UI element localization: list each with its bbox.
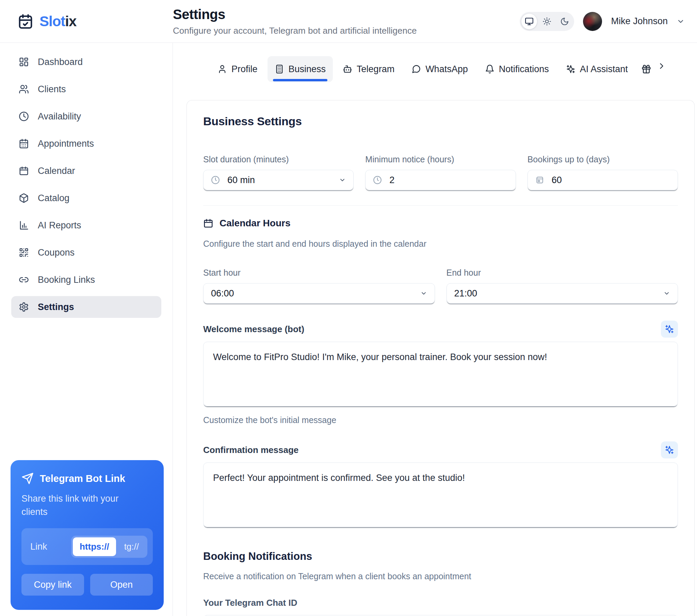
end-hour-select[interactable]: 21:00 <box>446 283 678 304</box>
field-label: Bookings up to (days) <box>528 155 678 164</box>
tab-label: Notifications <box>499 64 549 75</box>
telegram-chat-id-label: Your Telegram Chat ID <box>203 598 678 608</box>
tab-label: Profile <box>232 64 258 75</box>
field-minimum-notice: Minimum notice (hours) <box>365 155 516 190</box>
chevron-down-icon[interactable] <box>677 17 685 26</box>
chevron-down-icon <box>663 290 670 297</box>
tab-label: Business <box>288 64 326 75</box>
sidebar-item-booking-links[interactable]: Booking Links <box>11 269 161 291</box>
ai-generate-confirmation-button[interactable] <box>661 441 678 458</box>
protocol-https-option[interactable]: https:// <box>73 538 116 556</box>
welcome-message-textarea[interactable]: Welcome to FitPro Studio! I'm Mike, your… <box>203 342 678 406</box>
tab-ai-assistant[interactable]: AI Assistant <box>559 56 635 82</box>
welcome-message-label: Welcome message (bot) <box>203 324 304 335</box>
tab-telegram[interactable]: Telegram <box>336 56 402 82</box>
sidebar-item-settings[interactable]: Settings <box>11 296 161 318</box>
selected-value: 21:00 <box>454 288 477 299</box>
start-hour-select[interactable]: 06:00 <box>203 283 435 304</box>
monitor-icon <box>525 17 534 26</box>
field-label: Slot duration (minutes) <box>203 155 354 164</box>
page-subtitle: Configure your account, Telegram bot and… <box>173 26 417 36</box>
send-icon <box>21 472 34 485</box>
calendar-window-icon <box>535 176 544 185</box>
theme-system-button[interactable] <box>521 14 537 29</box>
main-content: Profile Business Telegram WhatsApp Notif… <box>173 43 697 616</box>
copy-link-button[interactable]: Copy link <box>21 574 84 596</box>
page-title-block: Settings Configure your account, Telegra… <box>173 7 417 36</box>
sidebar-item-label: Calendar <box>38 166 75 176</box>
user-name[interactable]: Mike Johnson <box>611 16 668 27</box>
open-link-button[interactable]: Open <box>90 574 153 596</box>
tab-label: WhatsApp <box>426 64 468 75</box>
theme-toggle <box>520 12 574 31</box>
tab-notifications[interactable]: Notifications <box>478 56 556 82</box>
calendar-hours-description: Configure the start and end hours displa… <box>203 239 678 249</box>
selected-value: 06:00 <box>211 288 234 299</box>
bookings-up-to-input[interactable] <box>552 175 670 186</box>
tab-business[interactable]: Business <box>267 56 333 82</box>
page-title: Settings <box>173 7 417 22</box>
section-heading-business: Business Settings <box>203 115 678 128</box>
tab-label: AI Assistant <box>580 64 628 75</box>
top-header: Slotix Settings Configure your account, … <box>0 0 697 43</box>
avatar[interactable] <box>583 12 602 31</box>
calendar-icon <box>203 218 213 229</box>
clock-icon <box>19 111 29 121</box>
app-root: Slotix Settings Configure your account, … <box>0 0 697 616</box>
calendar-days-icon <box>19 138 29 149</box>
field-slot-duration: Slot duration (minutes) 60 min <box>203 155 354 190</box>
field-label: Start hour <box>203 268 435 278</box>
clock-icon <box>211 176 220 185</box>
clock-icon <box>373 176 382 185</box>
tab-profile[interactable]: Profile <box>210 56 265 82</box>
sparkles-icon <box>665 445 674 455</box>
sidebar-item-dashboard[interactable]: Dashboard <box>11 51 161 73</box>
field-label: End hour <box>446 268 678 278</box>
sidebar-item-label: Dashboard <box>38 57 83 68</box>
chevron-right-icon[interactable] <box>657 61 666 71</box>
field-start-hour: Start hour 06:00 <box>203 268 435 304</box>
protocol-tg-option[interactable]: tg:// <box>117 538 146 556</box>
users-icon <box>19 84 29 94</box>
sparkles-icon <box>665 324 674 334</box>
theme-light-button[interactable] <box>539 14 555 29</box>
minimum-notice-input-wrap <box>365 170 516 190</box>
bell-icon <box>485 64 494 74</box>
brand-logo[interactable]: Slotix <box>18 13 173 30</box>
sidebar-item-appointments[interactable]: Appointments <box>11 133 161 155</box>
sidebar-item-ai-reports[interactable]: AI Reports <box>11 215 161 236</box>
selected-value: 60 min <box>227 175 255 186</box>
qr-code-icon <box>19 247 29 258</box>
confirmation-message-label: Confirmation message <box>203 445 298 455</box>
slot-duration-select[interactable]: 60 min <box>203 170 354 190</box>
chevron-down-icon <box>339 177 346 184</box>
tab-referral-partial[interactable] <box>639 56 653 82</box>
sidebar-item-label: Catalog <box>38 193 70 204</box>
theme-dark-button[interactable] <box>557 14 573 29</box>
tab-whatsapp[interactable]: WhatsApp <box>404 56 475 82</box>
chevron-down-icon <box>420 290 427 297</box>
sidebar-item-label: Coupons <box>38 247 75 258</box>
sidebar-item-clients[interactable]: Clients <box>11 78 161 100</box>
sidebar-nav: Dashboard Clients Availability Appointme… <box>11 51 161 318</box>
sidebar-item-availability[interactable]: Availability <box>11 105 161 127</box>
ai-generate-welcome-button[interactable] <box>661 321 678 338</box>
building-icon <box>275 64 284 74</box>
sidebar-item-catalog[interactable]: Catalog <box>11 187 161 209</box>
chat-bubble-icon <box>412 64 421 74</box>
sparkles-icon <box>566 64 576 74</box>
welcome-message-helper: Customize the bot's initial message <box>203 415 678 425</box>
sidebar-item-calendar[interactable]: Calendar <box>11 160 161 182</box>
sidebar: Dashboard Clients Availability Appointme… <box>0 43 173 616</box>
sidebar-item-label: Appointments <box>38 138 94 149</box>
confirmation-message-textarea[interactable]: Perfect! Your appointment is confirmed. … <box>203 463 678 527</box>
sidebar-item-label: Settings <box>38 302 74 312</box>
moon-icon <box>560 17 569 26</box>
sidebar-item-coupons[interactable]: Coupons <box>11 241 161 263</box>
bar-chart-icon <box>19 220 29 231</box>
minimum-notice-input[interactable] <box>389 175 508 186</box>
calendar-hours-title: Calendar Hours <box>220 218 291 229</box>
user-icon <box>218 64 227 74</box>
field-label: Minimum notice (hours) <box>365 155 516 164</box>
sidebar-item-label: AI Reports <box>38 220 81 231</box>
